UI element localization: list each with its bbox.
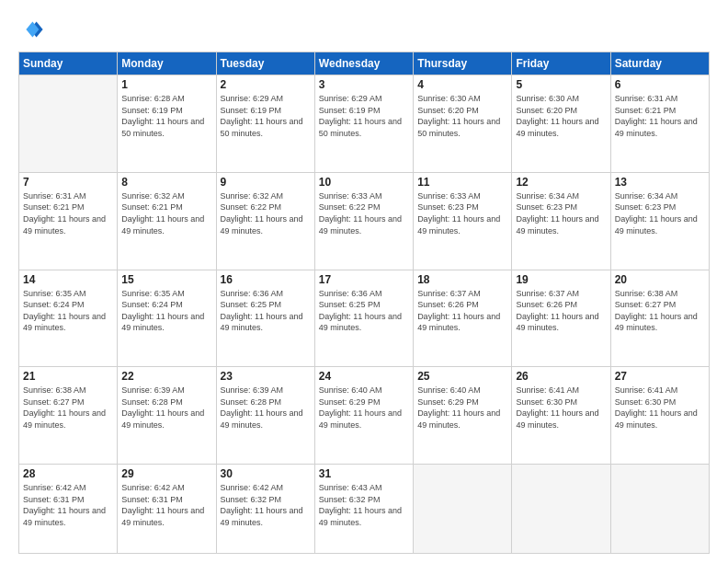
day-info: Sunrise: 6:40 AM Sunset: 6:29 PM Dayligh… bbox=[417, 385, 507, 431]
day-number: 18 bbox=[417, 273, 507, 286]
day-number: 14 bbox=[23, 273, 113, 286]
calendar-day-cell: 24Sunrise: 6:40 AM Sunset: 6:29 PM Dayli… bbox=[314, 367, 413, 465]
calendar-header-thursday: Thursday bbox=[414, 52, 512, 75]
calendar-day-cell bbox=[19, 75, 118, 173]
day-info: Sunrise: 6:43 AM Sunset: 6:32 PM Dayligh… bbox=[319, 482, 409, 528]
calendar-week-row: 7Sunrise: 6:31 AM Sunset: 6:21 PM Daylig… bbox=[19, 172, 710, 270]
logo-icon bbox=[18, 17, 44, 42]
day-info: Sunrise: 6:33 AM Sunset: 6:23 PM Dayligh… bbox=[417, 190, 507, 236]
calendar-week-row: 28Sunrise: 6:42 AM Sunset: 6:31 PM Dayli… bbox=[19, 465, 710, 554]
day-number: 5 bbox=[516, 78, 606, 91]
day-info: Sunrise: 6:38 AM Sunset: 6:27 PM Dayligh… bbox=[615, 288, 705, 334]
day-number: 3 bbox=[319, 78, 409, 91]
day-number: 16 bbox=[221, 273, 311, 286]
calendar-day-cell: 1Sunrise: 6:28 AM Sunset: 6:19 PM Daylig… bbox=[118, 75, 216, 173]
day-info: Sunrise: 6:32 AM Sunset: 6:21 PM Dayligh… bbox=[121, 190, 211, 236]
logo bbox=[18, 17, 46, 42]
calendar-day-cell: 27Sunrise: 6:41 AM Sunset: 6:30 PM Dayli… bbox=[610, 367, 709, 465]
day-info: Sunrise: 6:35 AM Sunset: 6:24 PM Dayligh… bbox=[121, 288, 211, 334]
day-info: Sunrise: 6:37 AM Sunset: 6:26 PM Dayligh… bbox=[516, 288, 606, 334]
calendar-day-cell: 20Sunrise: 6:38 AM Sunset: 6:27 PM Dayli… bbox=[610, 270, 709, 367]
calendar-day-cell: 13Sunrise: 6:34 AM Sunset: 6:23 PM Dayli… bbox=[610, 172, 709, 270]
day-info: Sunrise: 6:42 AM Sunset: 6:31 PM Dayligh… bbox=[121, 482, 211, 528]
day-info: Sunrise: 6:39 AM Sunset: 6:28 PM Dayligh… bbox=[221, 385, 311, 431]
day-number: 23 bbox=[221, 370, 311, 383]
day-info: Sunrise: 6:40 AM Sunset: 6:29 PM Dayligh… bbox=[319, 385, 409, 431]
day-info: Sunrise: 6:35 AM Sunset: 6:24 PM Dayligh… bbox=[23, 288, 113, 334]
day-number: 28 bbox=[23, 467, 113, 480]
calendar-day-cell: 25Sunrise: 6:40 AM Sunset: 6:29 PM Dayli… bbox=[414, 367, 512, 465]
day-number: 11 bbox=[417, 176, 507, 189]
day-info: Sunrise: 6:42 AM Sunset: 6:32 PM Dayligh… bbox=[221, 482, 311, 528]
calendar-day-cell: 22Sunrise: 6:39 AM Sunset: 6:28 PM Dayli… bbox=[118, 367, 216, 465]
day-number: 22 bbox=[121, 370, 211, 383]
header bbox=[18, 17, 710, 42]
calendar-day-cell: 26Sunrise: 6:41 AM Sunset: 6:30 PM Dayli… bbox=[512, 367, 610, 465]
calendar-day-cell: 6Sunrise: 6:31 AM Sunset: 6:21 PM Daylig… bbox=[610, 75, 709, 173]
day-info: Sunrise: 6:42 AM Sunset: 6:31 PM Dayligh… bbox=[23, 482, 113, 528]
calendar-day-cell bbox=[414, 465, 512, 554]
calendar-day-cell: 30Sunrise: 6:42 AM Sunset: 6:32 PM Dayli… bbox=[216, 465, 314, 554]
calendar-day-cell: 28Sunrise: 6:42 AM Sunset: 6:31 PM Dayli… bbox=[19, 465, 118, 554]
day-info: Sunrise: 6:39 AM Sunset: 6:28 PM Dayligh… bbox=[121, 385, 211, 431]
calendar-day-cell: 14Sunrise: 6:35 AM Sunset: 6:24 PM Dayli… bbox=[19, 270, 118, 367]
day-number: 15 bbox=[121, 273, 211, 286]
calendar: SundayMondayTuesdayWednesdayThursdayFrid… bbox=[18, 52, 710, 554]
day-number: 7 bbox=[23, 176, 113, 189]
calendar-header-friday: Friday bbox=[512, 52, 610, 75]
day-number: 24 bbox=[319, 370, 409, 383]
calendar-header-saturday: Saturday bbox=[610, 52, 709, 75]
calendar-day-cell: 12Sunrise: 6:34 AM Sunset: 6:23 PM Dayli… bbox=[512, 172, 610, 270]
calendar-day-cell: 8Sunrise: 6:32 AM Sunset: 6:21 PM Daylig… bbox=[118, 172, 216, 270]
calendar-day-cell: 9Sunrise: 6:32 AM Sunset: 6:22 PM Daylig… bbox=[216, 172, 314, 270]
day-number: 31 bbox=[319, 467, 409, 480]
day-number: 21 bbox=[23, 370, 113, 383]
calendar-day-cell: 17Sunrise: 6:36 AM Sunset: 6:25 PM Dayli… bbox=[314, 270, 413, 367]
day-info: Sunrise: 6:36 AM Sunset: 6:25 PM Dayligh… bbox=[319, 288, 409, 334]
calendar-day-cell: 11Sunrise: 6:33 AM Sunset: 6:23 PM Dayli… bbox=[414, 172, 512, 270]
calendar-day-cell: 4Sunrise: 6:30 AM Sunset: 6:20 PM Daylig… bbox=[414, 75, 512, 173]
day-info: Sunrise: 6:31 AM Sunset: 6:21 PM Dayligh… bbox=[23, 190, 113, 236]
day-number: 2 bbox=[221, 78, 311, 91]
calendar-day-cell bbox=[512, 465, 610, 554]
calendar-day-cell: 19Sunrise: 6:37 AM Sunset: 6:26 PM Dayli… bbox=[512, 270, 610, 367]
day-number: 8 bbox=[121, 176, 211, 189]
day-number: 19 bbox=[516, 273, 606, 286]
calendar-day-cell: 29Sunrise: 6:42 AM Sunset: 6:31 PM Dayli… bbox=[118, 465, 216, 554]
day-number: 20 bbox=[615, 273, 705, 286]
day-info: Sunrise: 6:32 AM Sunset: 6:22 PM Dayligh… bbox=[221, 190, 311, 236]
day-info: Sunrise: 6:33 AM Sunset: 6:22 PM Dayligh… bbox=[319, 190, 409, 236]
day-number: 26 bbox=[516, 370, 606, 383]
day-number: 30 bbox=[221, 467, 311, 480]
calendar-header-row: SundayMondayTuesdayWednesdayThursdayFrid… bbox=[19, 52, 710, 75]
calendar-day-cell: 5Sunrise: 6:30 AM Sunset: 6:20 PM Daylig… bbox=[512, 75, 610, 173]
calendar-day-cell: 2Sunrise: 6:29 AM Sunset: 6:19 PM Daylig… bbox=[216, 75, 314, 173]
day-info: Sunrise: 6:41 AM Sunset: 6:30 PM Dayligh… bbox=[615, 385, 705, 431]
day-number: 9 bbox=[221, 176, 311, 189]
day-number: 25 bbox=[417, 370, 507, 383]
day-info: Sunrise: 6:30 AM Sunset: 6:20 PM Dayligh… bbox=[417, 93, 507, 139]
day-info: Sunrise: 6:41 AM Sunset: 6:30 PM Dayligh… bbox=[516, 385, 606, 431]
page: SundayMondayTuesdayWednesdayThursdayFrid… bbox=[0, 0, 728, 563]
calendar-header-tuesday: Tuesday bbox=[216, 52, 314, 75]
calendar-header-sunday: Sunday bbox=[19, 52, 118, 75]
day-info: Sunrise: 6:36 AM Sunset: 6:25 PM Dayligh… bbox=[221, 288, 311, 334]
calendar-day-cell: 15Sunrise: 6:35 AM Sunset: 6:24 PM Dayli… bbox=[118, 270, 216, 367]
day-number: 10 bbox=[319, 176, 409, 189]
day-info: Sunrise: 6:29 AM Sunset: 6:19 PM Dayligh… bbox=[319, 93, 409, 139]
calendar-header-monday: Monday bbox=[118, 52, 216, 75]
calendar-week-row: 1Sunrise: 6:28 AM Sunset: 6:19 PM Daylig… bbox=[19, 75, 710, 173]
calendar-day-cell: 21Sunrise: 6:38 AM Sunset: 6:27 PM Dayli… bbox=[19, 367, 118, 465]
day-number: 12 bbox=[516, 176, 606, 189]
day-info: Sunrise: 6:34 AM Sunset: 6:23 PM Dayligh… bbox=[615, 190, 705, 236]
day-info: Sunrise: 6:28 AM Sunset: 6:19 PM Dayligh… bbox=[121, 93, 211, 139]
calendar-header-wednesday: Wednesday bbox=[314, 52, 413, 75]
calendar-day-cell: 10Sunrise: 6:33 AM Sunset: 6:22 PM Dayli… bbox=[314, 172, 413, 270]
calendar-day-cell: 23Sunrise: 6:39 AM Sunset: 6:28 PM Dayli… bbox=[216, 367, 314, 465]
calendar-day-cell: 16Sunrise: 6:36 AM Sunset: 6:25 PM Dayli… bbox=[216, 270, 314, 367]
day-info: Sunrise: 6:29 AM Sunset: 6:19 PM Dayligh… bbox=[221, 93, 311, 139]
calendar-day-cell: 18Sunrise: 6:37 AM Sunset: 6:26 PM Dayli… bbox=[414, 270, 512, 367]
calendar-day-cell: 31Sunrise: 6:43 AM Sunset: 6:32 PM Dayli… bbox=[314, 465, 413, 554]
calendar-day-cell: 7Sunrise: 6:31 AM Sunset: 6:21 PM Daylig… bbox=[19, 172, 118, 270]
calendar-day-cell: 3Sunrise: 6:29 AM Sunset: 6:19 PM Daylig… bbox=[314, 75, 413, 173]
